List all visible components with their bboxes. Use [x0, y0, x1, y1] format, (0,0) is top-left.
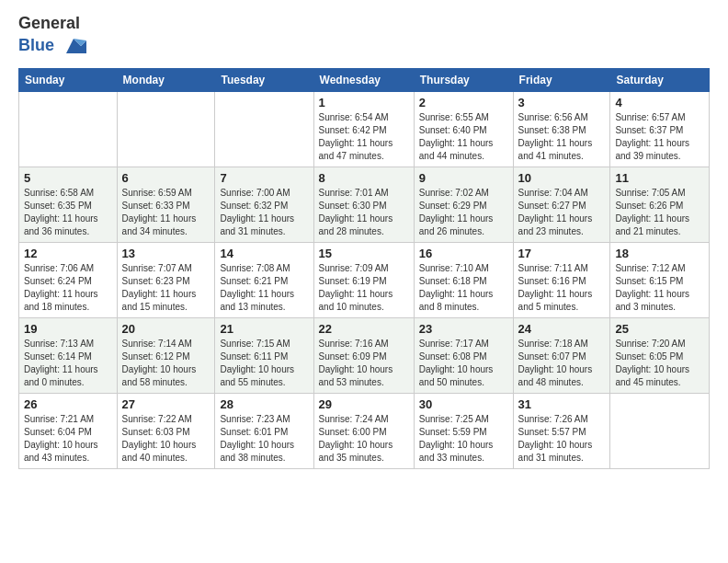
- calendar-cell: 9Sunrise: 7:02 AM Sunset: 6:29 PM Daylig…: [414, 167, 513, 242]
- day-info: Sunrise: 7:24 AM Sunset: 6:00 PM Dayligh…: [319, 413, 409, 465]
- page: General Blue SundayMondayTuesdayWednesda…: [0, 0, 728, 488]
- day-info: Sunrise: 6:56 AM Sunset: 6:38 PM Dayligh…: [518, 111, 606, 163]
- day-info: Sunrise: 7:06 AM Sunset: 6:24 PM Dayligh…: [24, 262, 112, 314]
- calendar-cell: 26Sunrise: 7:21 AM Sunset: 6:04 PM Dayli…: [19, 393, 118, 468]
- day-info: Sunrise: 7:16 AM Sunset: 6:09 PM Dayligh…: [319, 338, 409, 389]
- header: General Blue: [18, 15, 710, 59]
- day-info: Sunrise: 7:08 AM Sunset: 6:21 PM Dayligh…: [220, 262, 308, 314]
- calendar-cell: 30Sunrise: 7:25 AM Sunset: 5:59 PM Dayli…: [414, 393, 513, 468]
- day-info: Sunrise: 7:14 AM Sunset: 6:12 PM Dayligh…: [122, 338, 210, 389]
- calendar-cell: [19, 91, 118, 167]
- day-info: Sunrise: 7:21 AM Sunset: 6:04 PM Dayligh…: [24, 413, 112, 465]
- day-number: 6: [122, 171, 210, 185]
- day-number: 31: [518, 397, 606, 411]
- week-row-1: 5Sunrise: 6:58 AM Sunset: 6:35 PM Daylig…: [19, 167, 710, 242]
- day-info: Sunrise: 7:09 AM Sunset: 6:19 PM Dayligh…: [319, 262, 409, 314]
- calendar-cell: 24Sunrise: 7:18 AM Sunset: 6:07 PM Dayli…: [513, 317, 610, 393]
- calendar-cell: [610, 393, 710, 468]
- day-number: 26: [24, 397, 112, 411]
- day-info: Sunrise: 7:17 AM Sunset: 6:08 PM Dayligh…: [419, 338, 508, 389]
- calendar-cell: 10Sunrise: 7:04 AM Sunset: 6:27 PM Dayli…: [513, 167, 610, 242]
- day-info: Sunrise: 7:05 AM Sunset: 6:26 PM Dayligh…: [615, 187, 704, 238]
- calendar-cell: 11Sunrise: 7:05 AM Sunset: 6:26 PM Dayli…: [610, 167, 710, 242]
- logo-blue: Blue: [18, 36, 54, 54]
- day-info: Sunrise: 7:12 AM Sunset: 6:15 PM Dayligh…: [615, 262, 704, 314]
- day-info: Sunrise: 6:55 AM Sunset: 6:40 PM Dayligh…: [419, 111, 508, 163]
- day-info: Sunrise: 7:07 AM Sunset: 6:23 PM Dayligh…: [122, 262, 210, 314]
- week-row-2: 12Sunrise: 7:06 AM Sunset: 6:24 PM Dayli…: [19, 242, 710, 317]
- weekday-thursday: Thursday: [414, 68, 513, 91]
- calendar-cell: 2Sunrise: 6:55 AM Sunset: 6:40 PM Daylig…: [414, 91, 513, 167]
- day-info: Sunrise: 7:22 AM Sunset: 6:03 PM Dayligh…: [122, 413, 210, 465]
- day-number: 15: [319, 247, 409, 260]
- calendar-cell: 13Sunrise: 7:07 AM Sunset: 6:23 PM Dayli…: [117, 242, 215, 317]
- calendar-cell: 22Sunrise: 7:16 AM Sunset: 6:09 PM Dayli…: [313, 317, 414, 393]
- calendar-cell: 12Sunrise: 7:06 AM Sunset: 6:24 PM Dayli…: [19, 242, 118, 317]
- day-number: 19: [24, 322, 112, 336]
- day-info: Sunrise: 7:10 AM Sunset: 6:18 PM Dayligh…: [419, 262, 508, 314]
- calendar-cell: 5Sunrise: 6:58 AM Sunset: 6:35 PM Daylig…: [19, 167, 118, 242]
- day-number: 30: [419, 397, 508, 411]
- day-number: 22: [319, 322, 409, 336]
- day-info: Sunrise: 7:00 AM Sunset: 6:32 PM Dayligh…: [220, 187, 308, 238]
- day-number: 9: [419, 171, 508, 185]
- calendar-cell: 28Sunrise: 7:23 AM Sunset: 6:01 PM Dayli…: [215, 393, 313, 468]
- calendar-table: SundayMondayTuesdayWednesdayThursdayFrid…: [18, 68, 710, 469]
- day-info: Sunrise: 6:57 AM Sunset: 6:37 PM Dayligh…: [615, 111, 704, 163]
- calendar-cell: 31Sunrise: 7:26 AM Sunset: 5:57 PM Dayli…: [513, 393, 610, 468]
- weekday-monday: Monday: [117, 68, 215, 91]
- day-info: Sunrise: 7:02 AM Sunset: 6:29 PM Dayligh…: [419, 187, 508, 238]
- day-info: Sunrise: 6:54 AM Sunset: 6:42 PM Dayligh…: [319, 111, 409, 163]
- calendar-cell: 18Sunrise: 7:12 AM Sunset: 6:15 PM Dayli…: [610, 242, 710, 317]
- week-row-0: 1Sunrise: 6:54 AM Sunset: 6:42 PM Daylig…: [19, 91, 710, 167]
- day-number: 2: [419, 96, 508, 109]
- day-number: 13: [122, 247, 210, 260]
- weekday-sunday: Sunday: [19, 68, 118, 91]
- calendar-cell: 21Sunrise: 7:15 AM Sunset: 6:11 PM Dayli…: [215, 317, 313, 393]
- logo-text: General: [18, 15, 86, 33]
- logo-blue-text: Blue: [18, 33, 86, 59]
- day-info: Sunrise: 7:20 AM Sunset: 6:05 PM Dayligh…: [615, 338, 704, 389]
- weekday-header-row: SundayMondayTuesdayWednesdayThursdayFrid…: [19, 68, 710, 91]
- calendar-cell: 16Sunrise: 7:10 AM Sunset: 6:18 PM Dayli…: [414, 242, 513, 317]
- day-number: 3: [518, 96, 606, 109]
- weekday-saturday: Saturday: [610, 68, 710, 91]
- day-number: 8: [319, 171, 409, 185]
- weekday-friday: Friday: [513, 68, 610, 91]
- day-info: Sunrise: 7:13 AM Sunset: 6:14 PM Dayligh…: [24, 338, 112, 389]
- weekday-tuesday: Tuesday: [215, 68, 313, 91]
- calendar-cell: 17Sunrise: 7:11 AM Sunset: 6:16 PM Dayli…: [513, 242, 610, 317]
- calendar-cell: [215, 91, 313, 167]
- calendar-cell: 6Sunrise: 6:59 AM Sunset: 6:33 PM Daylig…: [117, 167, 215, 242]
- day-number: 1: [319, 96, 409, 109]
- calendar-cell: 25Sunrise: 7:20 AM Sunset: 6:05 PM Dayli…: [610, 317, 710, 393]
- calendar-cell: 27Sunrise: 7:22 AM Sunset: 6:03 PM Dayli…: [117, 393, 215, 468]
- calendar-cell: 23Sunrise: 7:17 AM Sunset: 6:08 PM Dayli…: [414, 317, 513, 393]
- logo: General Blue: [18, 15, 86, 59]
- day-info: Sunrise: 7:04 AM Sunset: 6:27 PM Dayligh…: [518, 187, 606, 238]
- day-info: Sunrise: 6:58 AM Sunset: 6:35 PM Dayligh…: [24, 187, 112, 238]
- day-info: Sunrise: 7:26 AM Sunset: 5:57 PM Dayligh…: [518, 413, 606, 465]
- day-number: 20: [122, 322, 210, 336]
- day-info: Sunrise: 7:11 AM Sunset: 6:16 PM Dayligh…: [518, 262, 606, 314]
- calendar-cell: 15Sunrise: 7:09 AM Sunset: 6:19 PM Dayli…: [313, 242, 414, 317]
- day-info: Sunrise: 7:18 AM Sunset: 6:07 PM Dayligh…: [518, 338, 606, 389]
- day-number: 11: [615, 171, 704, 185]
- day-number: 5: [24, 171, 112, 185]
- calendar-cell: 29Sunrise: 7:24 AM Sunset: 6:00 PM Dayli…: [313, 393, 414, 468]
- calendar-cell: 4Sunrise: 6:57 AM Sunset: 6:37 PM Daylig…: [610, 91, 710, 167]
- day-info: Sunrise: 7:01 AM Sunset: 6:30 PM Dayligh…: [319, 187, 409, 238]
- week-row-4: 26Sunrise: 7:21 AM Sunset: 6:04 PM Dayli…: [19, 393, 710, 468]
- calendar-cell: 20Sunrise: 7:14 AM Sunset: 6:12 PM Dayli…: [117, 317, 215, 393]
- day-number: 4: [615, 96, 704, 109]
- calendar-cell: 19Sunrise: 7:13 AM Sunset: 6:14 PM Dayli…: [19, 317, 118, 393]
- weekday-wednesday: Wednesday: [313, 68, 414, 91]
- day-number: 25: [615, 322, 704, 336]
- day-number: 24: [518, 322, 606, 336]
- day-number: 16: [419, 247, 508, 260]
- day-info: Sunrise: 7:23 AM Sunset: 6:01 PM Dayligh…: [220, 413, 308, 465]
- logo-general: General: [18, 14, 80, 32]
- day-number: 29: [319, 397, 409, 411]
- calendar-cell: 8Sunrise: 7:01 AM Sunset: 6:30 PM Daylig…: [313, 167, 414, 242]
- day-info: Sunrise: 6:59 AM Sunset: 6:33 PM Dayligh…: [122, 187, 210, 238]
